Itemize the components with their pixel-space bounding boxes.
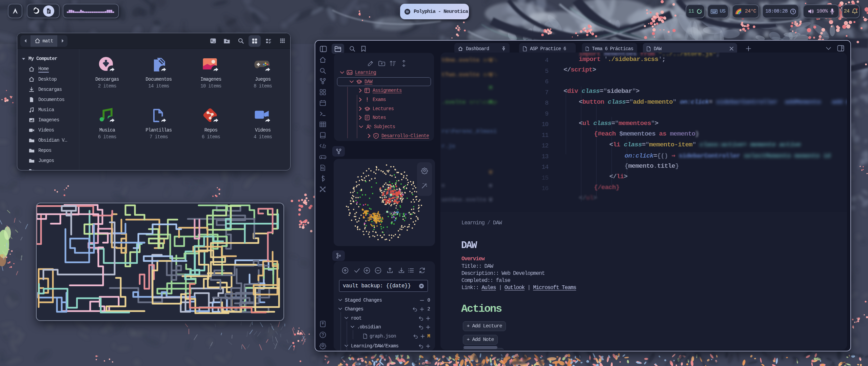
svg-text:$: $ bbox=[211, 39, 213, 43]
